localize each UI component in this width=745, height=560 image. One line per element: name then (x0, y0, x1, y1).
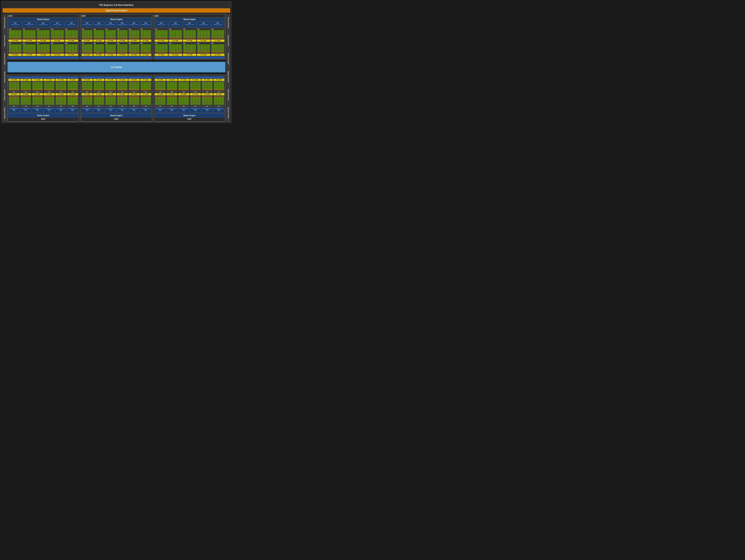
sm-2-5: SM (65, 42, 78, 53)
mem-ctrl-left-3: Memory Controller (3, 50, 6, 68)
rt-core-1-5: RT CORE (65, 39, 78, 42)
sm-2-2: SM (22, 42, 36, 53)
top-bar-b1 (8, 76, 78, 78)
gpc-row-top: GPC Raster Engine TPC PolyMorph Engine ↓… (7, 14, 226, 60)
cuda-grid-2-1 (9, 44, 21, 51)
tpc-1-3: TPC PolyMorph Engine ↓↑ ↓↑ (37, 22, 50, 27)
raster-engine-top-2: Raster Engine (82, 18, 151, 21)
sm-row-1b: SM SM (8, 42, 78, 53)
gpc-top-2: GPC Raster Engine TPCPolyMorph Engine↓↑ … (80, 14, 153, 60)
mem-ctrl-left-6: Memory Controller (3, 104, 6, 122)
mem-ctrl-right-2: Memory Controller (226, 32, 230, 49)
l2-cache: L2 Cache (7, 62, 226, 72)
tpc-1-4: TPC PolyMorph Engine ↓↑ ↓↑ (51, 22, 64, 27)
pci-label: PCI Express 4.0 Host Interface (99, 4, 133, 6)
mem-ctrl-left-4: Memory Controller (3, 68, 6, 85)
sm-1-3: SM (37, 28, 50, 39)
tpc-row-top-3: TPCPolyMorph Engine↓↑ ↓↑ TPCPolyMorph En… (155, 22, 224, 27)
gpu-core-content: GPC Raster Engine TPC PolyMorph Engine ↓… (7, 14, 226, 122)
mem-ctrl-right-3: Memory Controller (226, 50, 230, 68)
tpc-header-1-2: TPC PolyMorph Engine ↓↑ ↓↑ (22, 22, 36, 27)
sm-2-4: SM (51, 42, 64, 53)
cuda-grid-1-5 (65, 30, 78, 37)
tpc-1-5: TPC PolyMorph Engine ↓↑ ↓↑ (65, 22, 78, 27)
cuda-grid-2-5 (65, 44, 78, 51)
gpc-top-3: GPC Raster Engine TPCPolyMorph Engine↓↑ … (154, 14, 226, 60)
middle-section: Memory Controller Memory Controller Memo… (3, 14, 230, 122)
pci-header: PCI Express 4.0 Host Interface (3, 3, 230, 7)
rt-core-2-3: RT CORE (37, 54, 50, 56)
gpc-top-1: GPC Raster Engine TPC PolyMorph Engine ↓… (7, 14, 79, 60)
cuda-grid-2-3 (37, 44, 50, 51)
mem-ctrl-left: Memory Controller Memory Controller Memo… (3, 14, 6, 122)
gpc-label-top-3: GPC (155, 15, 224, 17)
tpc-header-1-3: TPC PolyMorph Engine ↓↑ ↓↑ (37, 22, 50, 27)
sm-1-5: SM (65, 28, 78, 39)
mem-ctrl-left-1: Memory Controller (3, 14, 6, 31)
cuda-grid-1-1 (9, 30, 21, 37)
mem-ctrl-left-5: Memory Controller (3, 86, 6, 104)
cuda-grid-2-2 (23, 44, 35, 51)
bottom-bar-1 (8, 57, 78, 58)
rt-core-1-3: RT CORE (37, 39, 50, 42)
rt-core-row-1b: RT CORE RT CORE RT CORE RT CORE RT CORE (8, 54, 78, 56)
top-bar-b3 (155, 76, 224, 78)
sm-row-1a: SM SM (8, 28, 78, 39)
cuda-grid-1-3 (37, 30, 50, 37)
tpc-header-1-5: TPC PolyMorph Engine ↓↑ ↓↑ (65, 22, 78, 27)
rt-core-1-4: RT CORE (51, 39, 64, 42)
gigathread-bar: GigaThread Engine (3, 8, 230, 13)
raster-engine-top-3: Raster Engine (155, 18, 224, 21)
tpc-header-1-1: TPC PolyMorph Engine ↓↑ ↓↑ (8, 22, 22, 27)
gpc-label-top-1: GPC (8, 15, 78, 17)
mem-ctrl-right-5: Memory Controller (226, 86, 230, 104)
l2-cache-label: L2 Cache (111, 66, 122, 69)
sm-1-4: SM (51, 28, 64, 39)
cuda-grid-1-2 (23, 30, 35, 37)
rt-core-2-1: RT CORE (8, 54, 22, 56)
gpc-bottom-1: RT CORERT CORERT CORE RT CORERT CORERT C… (7, 75, 79, 122)
cuda-grid-2-4 (51, 44, 63, 51)
rt-core-1-2: RT CORE (22, 39, 36, 42)
rt-core-2-5: RT CORE (65, 54, 78, 56)
tpc-header-1-4: TPC PolyMorph Engine ↓↑ ↓↑ (51, 22, 64, 27)
rt-core-row-1a: RT CORE RT CORE RT CORE RT CORE RT CORE (8, 39, 78, 42)
mem-ctrl-right: Memory Controller Memory Controller Memo… (226, 14, 230, 122)
sm-1-1: SM (8, 28, 22, 39)
raster-engine-top-1: Raster Engine (8, 18, 78, 21)
tpc-1-1: TPC PolyMorph Engine ↓↑ ↓↑ (8, 22, 22, 27)
gpc-bottom-3: RT CORERT CORERT CORE RT CORERT CORERT C… (154, 75, 226, 122)
gigathread-label: GigaThread Engine (105, 9, 127, 12)
rt-core-2-4: RT CORE (51, 54, 64, 56)
tpc-row-top-1: TPC PolyMorph Engine ↓↑ ↓↑ TPC PolyMorph… (8, 22, 78, 27)
sm-1-2: SM (22, 28, 36, 39)
rt-core-2-2: RT CORE (22, 54, 36, 56)
tpc-1-2: TPC PolyMorph Engine ↓↑ ↓↑ (22, 22, 36, 27)
tpc-row-top-2: TPCPolyMorph Engine↓↑ ↓↑ TPCPolyMorph En… (82, 22, 151, 27)
mem-ctrl-right-4: Memory Controller (226, 68, 230, 85)
gpc-bottom-2: RT CORERT CORERT CORE RT CORERT CORERT C… (80, 75, 153, 122)
mem-ctrl-right-6: Memory Controller (226, 104, 230, 122)
top-bar-b2 (82, 76, 151, 78)
sm-2-1: SM (8, 42, 22, 53)
main-wrapper: PCI Express 4.0 Host Interface GigaThrea… (1, 1, 231, 123)
cuda-grid-1-4 (51, 30, 63, 37)
rt-core-1-1: RT CORE (8, 39, 22, 42)
gpc-row-bottom: RT CORERT CORERT CORE RT CORERT CORERT C… (7, 75, 226, 122)
mem-ctrl-left-2: Memory Controller (3, 32, 6, 49)
gpc-label-top-2: GPC (82, 15, 151, 17)
mem-ctrl-right-1: Memory Controller (226, 14, 230, 31)
sm-2-3: SM (37, 42, 50, 53)
